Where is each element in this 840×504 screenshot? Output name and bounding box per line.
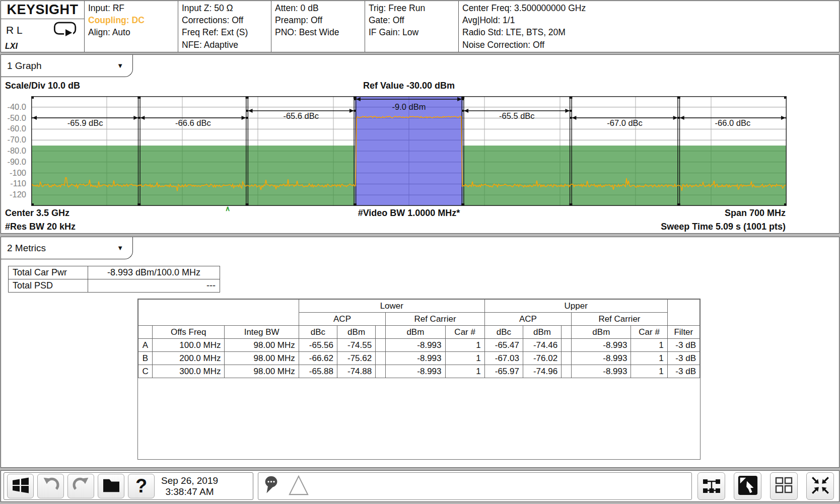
acp-header-ref-carrier: Ref Carrier bbox=[572, 313, 668, 326]
acp-col-spacer bbox=[376, 326, 386, 339]
svg-text:-65.5 dBc: -65.5 dBc bbox=[499, 111, 535, 120]
header-info-col-4[interactable]: Trig: Free RunGate: OffIF Gain: Low bbox=[365, 1, 459, 52]
header-info-columns: Input: RFCoupling: DCAlign: AutoInput Z:… bbox=[85, 1, 839, 52]
table-row: Total Car Pwr -8.993 dBm/100.0 MHz bbox=[9, 266, 220, 279]
header-info-col-3[interactable]: Atten: 0 dBPreamp: OffPNO: Best Wide bbox=[271, 1, 365, 52]
acp-cell-lo_dbm: -74.55 bbox=[337, 339, 376, 352]
acp-cell-spacer bbox=[376, 365, 386, 378]
res-bw-annotation[interactable]: #Res BW 20 kHz bbox=[5, 222, 76, 232]
header-info-line: Avg|Hold: 1/1 bbox=[462, 14, 839, 26]
y-axis-labels: -40.0-50.0-60.0-70.0-80.0-90.0-100-110-1… bbox=[1, 96, 29, 206]
redo-button[interactable] bbox=[67, 474, 94, 498]
file-button[interactable] bbox=[98, 474, 124, 498]
table-row: Total PSD --- bbox=[9, 279, 220, 293]
graph-selector-label: 1 Graph bbox=[7, 60, 42, 71]
metrics-window-selector[interactable]: 2 Metrics ▼ bbox=[1, 237, 133, 259]
acp-cell-up_dbc: -65.97 bbox=[484, 365, 523, 378]
acp-cell-id: C bbox=[138, 365, 153, 378]
acp-cell-lo_dbc: -65.56 bbox=[299, 339, 337, 352]
acp-header-upper: Upper bbox=[484, 300, 667, 313]
acp-cell-id: A bbox=[138, 339, 153, 352]
acp-header-columns: Offs Freq Integ BW dBc dBm dBm Car # dBc… bbox=[138, 326, 700, 339]
acp-cell-filter: -3 dB bbox=[667, 352, 699, 365]
acp-header-ref-carrier: Ref Carrier bbox=[386, 313, 485, 326]
header-info-col-5[interactable]: Center Freq: 3.500000000 GHzAvg|Hold: 1/… bbox=[459, 1, 839, 52]
acp-cell-filter: -3 dB bbox=[667, 365, 699, 378]
help-button[interactable]: ? bbox=[128, 474, 155, 498]
metrics-section: 2 Metrics ▼ Total Car Pwr -8.993 dBm/100… bbox=[1, 237, 839, 468]
status-message-area[interactable] bbox=[258, 472, 692, 500]
acp-col-filter: Filter bbox=[667, 326, 699, 339]
y-axis-tick-label: -120 bbox=[10, 190, 26, 199]
header-info-line: Trig: Free Run bbox=[369, 2, 458, 14]
acp-cell-integ: 98.00 MHz bbox=[225, 339, 299, 352]
acp-cell-spacer bbox=[376, 339, 386, 352]
total-car-pwr-value: -8.993 dBm/100.0 MHz bbox=[88, 266, 220, 279]
acp-col-dbm: dBm bbox=[337, 326, 376, 339]
acp-cell-up_car: 1 bbox=[631, 339, 667, 352]
acp-cell-id: B bbox=[138, 352, 153, 365]
acp-cell-lo_ref: -8.993 bbox=[386, 352, 445, 365]
header-info-line: Align: Auto bbox=[88, 26, 178, 38]
acp-header-acp: ACP bbox=[299, 313, 385, 326]
sequence-setup-button[interactable] bbox=[697, 472, 725, 500]
windows-start-button[interactable] bbox=[7, 474, 34, 498]
continuous-sweep-icon bbox=[53, 21, 78, 39]
dropdown-arrow-icon: ▼ bbox=[117, 244, 123, 252]
acp-cell-lo_ref: -8.993 bbox=[386, 365, 445, 378]
acp-col-blank bbox=[138, 326, 153, 339]
acp-cell-spacer bbox=[562, 352, 572, 365]
messages-bubble-icon[interactable] bbox=[263, 474, 285, 498]
acp-col-dbc: dBc bbox=[484, 326, 523, 339]
acp-cell-lo_dbm: -74.88 bbox=[337, 365, 376, 378]
header-info-line: Input: RF bbox=[88, 2, 178, 14]
svg-text:-66.6 dBc: -66.6 dBc bbox=[175, 118, 211, 127]
svg-text:-67.0 dBc: -67.0 dBc bbox=[607, 118, 643, 127]
y-axis-tick-label: -100 bbox=[10, 168, 26, 178]
header-info-line: IF Gain: Low bbox=[369, 26, 458, 38]
touch-screen-icon bbox=[737, 475, 758, 498]
acp-cell-offs: 300.0 MHz bbox=[153, 365, 225, 378]
acp-cell-offs: 200.0 MHz bbox=[153, 352, 225, 365]
header-info-line: Coupling: DC bbox=[88, 14, 178, 26]
acp-col-car: Car # bbox=[631, 326, 667, 339]
acp-results-table: Lower Upper ACP Ref Carrier ACP Ref Carr… bbox=[137, 299, 701, 460]
acp-cell-spacer bbox=[376, 352, 386, 365]
touch-control-button[interactable] bbox=[734, 472, 761, 500]
acp-header-lower: Lower bbox=[299, 300, 484, 313]
span-annotation[interactable]: Span 700 MHz bbox=[725, 208, 786, 219]
acp-col-offs-freq: Offs Freq bbox=[153, 326, 225, 339]
graph-section: 1 Graph ▼ Scale/Div 10.0 dB Ref Value -3… bbox=[1, 54, 839, 234]
keysight-logo: KEYSIGHT bbox=[1, 1, 84, 19]
acp-header-blank bbox=[138, 300, 299, 326]
window-layout-button[interactable] bbox=[770, 472, 798, 500]
lxi-logo: LXI bbox=[5, 42, 18, 51]
header-info-line: Freq Ref: Ext (S) bbox=[182, 26, 271, 38]
acp-cell-offs: 100.0 MHz bbox=[153, 339, 225, 352]
undo-button[interactable] bbox=[37, 474, 64, 498]
header-info-line: NFE: Adaptive bbox=[182, 39, 271, 51]
undo-icon bbox=[41, 476, 60, 496]
date-text: Sep 26, 2019 bbox=[161, 475, 218, 486]
header-info-line: Center Freq: 3.500000000 GHz bbox=[462, 2, 839, 14]
redo-icon bbox=[72, 476, 91, 496]
y-axis-tick-label: -40.0 bbox=[7, 102, 26, 112]
header-info-col-1[interactable]: Input: RFCoupling: DCAlign: Auto bbox=[85, 1, 178, 52]
collapse-view-button[interactable] bbox=[806, 472, 834, 500]
graph-window-selector[interactable]: 1 Graph ▼ bbox=[1, 55, 133, 77]
acp-col-dbm: dBm bbox=[523, 326, 561, 339]
sweep-time-annotation[interactable]: Sweep Time 5.09 s (1001 pts) bbox=[661, 222, 786, 232]
acp-col-dbc: dBc bbox=[299, 326, 337, 339]
acp-cell-lo_car: 1 bbox=[445, 365, 484, 378]
instrument-window: KEYSIGHT R L LXI Input: RFCoupling: DCAl… bbox=[0, 0, 840, 504]
header-info-col-2[interactable]: Input Z: 50 ΩCorrections: OffFreq Ref: E… bbox=[178, 1, 271, 52]
acp-header-blank bbox=[667, 300, 699, 326]
spectrum-plot[interactable]: -9.0 dBm-65.9 dBc-66.6 dBc-65.6 dBc-65.5… bbox=[31, 96, 787, 206]
ref-value-label[interactable]: Ref Value -30.00 dBm bbox=[31, 81, 787, 91]
run-state-row: R L bbox=[1, 19, 84, 39]
svg-text:-9.0 dBm: -9.0 dBm bbox=[392, 102, 426, 111]
acp-cell-up_dbm: -74.46 bbox=[523, 339, 561, 352]
video-bw-annotation[interactable]: #Video BW 1.0000 MHz* bbox=[31, 208, 787, 219]
folder-icon bbox=[102, 477, 121, 495]
acp-col-dbm: dBm bbox=[572, 326, 631, 339]
